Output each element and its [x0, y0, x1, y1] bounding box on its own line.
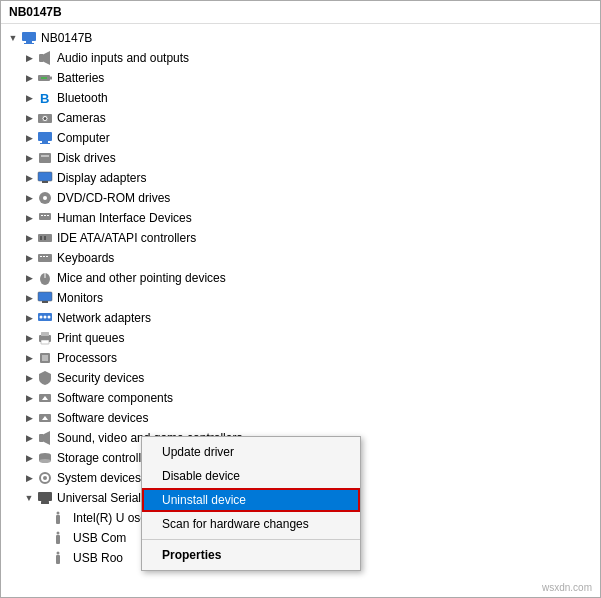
expander-usb[interactable]: ▼	[21, 490, 37, 506]
tree-item-swcomp[interactable]: ▶Software components	[1, 388, 600, 408]
svg-rect-14	[40, 143, 50, 144]
tree-item-batteries[interactable]: ▶Batteries	[1, 68, 600, 88]
svg-point-39	[48, 316, 51, 319]
svg-point-37	[40, 316, 43, 319]
expander-batteries[interactable]: ▶	[21, 70, 37, 86]
svg-point-20	[43, 196, 47, 200]
svg-rect-17	[38, 172, 52, 181]
svg-rect-44	[42, 355, 48, 361]
tree-item-cameras[interactable]: ▶Cameras	[1, 108, 600, 128]
icon-swdev	[37, 410, 53, 426]
tree-area[interactable]: ▼NB0147B▶Audio inputs and outputs▶Batter…	[1, 24, 600, 597]
tree-item-ide[interactable]: ▶IDE ATA/ATAPI controllers	[1, 228, 600, 248]
tree-item-display[interactable]: ▶Display adapters	[1, 168, 600, 188]
svg-rect-49	[39, 434, 44, 442]
svg-rect-13	[42, 141, 48, 143]
expander-bluetooth[interactable]: ▶	[21, 90, 37, 106]
tree-item-security[interactable]: ▶Security devices	[1, 368, 600, 388]
icon-display	[37, 170, 53, 186]
label-sysdev: System devices	[57, 471, 141, 485]
context-menu-item-update[interactable]: Update driver	[142, 440, 360, 464]
icon-cameras	[37, 110, 53, 126]
icon-usbroot	[53, 550, 69, 566]
expander-disk[interactable]: ▶	[21, 150, 37, 166]
icon-ide	[37, 230, 53, 246]
expander-storage[interactable]: ▶	[21, 450, 37, 466]
expander-swdev[interactable]: ▶	[21, 410, 37, 426]
label-ide: IDE ATA/ATAPI controllers	[57, 231, 196, 245]
icon-mice	[37, 270, 53, 286]
expander-audio[interactable]: ▶	[21, 50, 37, 66]
svg-point-59	[57, 512, 60, 515]
tree-item-dvd[interactable]: ▶DVD/CD-ROM drives	[1, 188, 600, 208]
svg-rect-6	[50, 77, 52, 80]
label-audio: Audio inputs and outputs	[57, 51, 189, 65]
tree-item-computer[interactable]: ▶Computer	[1, 128, 600, 148]
tree-item-monitors[interactable]: ▶Monitors	[1, 288, 600, 308]
label-hid: Human Interface Devices	[57, 211, 192, 225]
context-menu-item-disable[interactable]: Disable device	[142, 464, 360, 488]
svg-point-38	[44, 316, 47, 319]
expander-usbcom[interactable]	[37, 530, 53, 546]
icon-dvd	[37, 190, 53, 206]
expander-sysdev[interactable]: ▶	[21, 470, 37, 486]
tree-item-bluetooth[interactable]: ▶BBluetooth	[1, 88, 600, 108]
expander-ide[interactable]: ▶	[21, 230, 37, 246]
label-bluetooth: Bluetooth	[57, 91, 108, 105]
expander-root[interactable]: ▼	[5, 30, 21, 46]
icon-security	[37, 370, 53, 386]
icon-intel	[53, 510, 69, 526]
tree-item-hid[interactable]: ▶Human Interface Devices	[1, 208, 600, 228]
tree-item-proc[interactable]: ▶Processors	[1, 348, 600, 368]
expander-keyboards[interactable]: ▶	[21, 250, 37, 266]
tree-item-keyboards[interactable]: ▶Keyboards	[1, 248, 600, 268]
expander-intel[interactable]	[37, 510, 53, 526]
icon-computer	[37, 130, 53, 146]
expander-cameras[interactable]: ▶	[21, 110, 37, 126]
icon-sound	[37, 430, 53, 446]
svg-rect-2	[24, 43, 34, 44]
label-network: Network adapters	[57, 311, 151, 325]
expander-sound[interactable]: ▶	[21, 430, 37, 446]
expander-network[interactable]: ▶	[21, 310, 37, 326]
svg-rect-41	[41, 332, 49, 336]
svg-rect-28	[38, 254, 52, 262]
label-swdev: Software devices	[57, 411, 148, 425]
expander-print[interactable]: ▶	[21, 330, 37, 346]
expander-usbroot[interactable]	[37, 550, 53, 566]
expander-computer[interactable]: ▶	[21, 130, 37, 146]
expander-hid[interactable]: ▶	[21, 210, 37, 226]
svg-point-11	[44, 117, 47, 120]
expander-swcomp[interactable]: ▶	[21, 390, 37, 406]
context-menu-item-uninstall[interactable]: Uninstall device	[142, 488, 360, 512]
context-menu-item-properties[interactable]: Properties	[142, 543, 360, 567]
tree-item-network[interactable]: ▶Network adapters	[1, 308, 600, 328]
label-display: Display adapters	[57, 171, 146, 185]
tree-item-disk[interactable]: ▶Disk drives	[1, 148, 600, 168]
tree-item-print[interactable]: ▶Print queues	[1, 328, 600, 348]
expander-proc[interactable]: ▶	[21, 350, 37, 366]
icon-bluetooth: B	[37, 90, 53, 106]
tree-item-audio[interactable]: ▶Audio inputs and outputs	[1, 48, 600, 68]
expander-security[interactable]: ▶	[21, 370, 37, 386]
label-print: Print queues	[57, 331, 124, 345]
expander-dvd[interactable]: ▶	[21, 190, 37, 206]
context-menu-item-scan[interactable]: Scan for hardware changes	[142, 512, 360, 536]
tree-item-root[interactable]: ▼NB0147B	[1, 28, 600, 48]
icon-proc	[37, 350, 53, 366]
tree-item-mice[interactable]: ▶Mice and other pointing devices	[1, 268, 600, 288]
expander-display[interactable]: ▶	[21, 170, 37, 186]
svg-rect-60	[56, 535, 60, 544]
svg-rect-7	[41, 77, 47, 79]
tree-item-swdev[interactable]: ▶Software devices	[1, 408, 600, 428]
window-title: NB0147B	[9, 5, 62, 19]
svg-rect-1	[26, 41, 32, 43]
svg-rect-23	[44, 215, 46, 216]
label-swcomp: Software components	[57, 391, 173, 405]
label-root: NB0147B	[41, 31, 92, 45]
svg-rect-16	[41, 155, 49, 157]
expander-monitors[interactable]: ▶	[21, 290, 37, 306]
label-mice: Mice and other pointing devices	[57, 271, 226, 285]
expander-mice[interactable]: ▶	[21, 270, 37, 286]
svg-point-63	[57, 552, 60, 555]
